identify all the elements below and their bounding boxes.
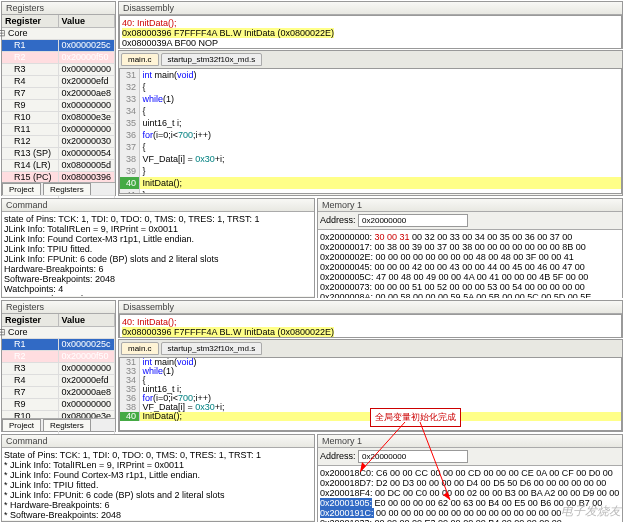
col-register-b[interactable]: Register xyxy=(2,314,59,327)
registers-grid-top: Register Value Core xyxy=(2,15,115,40)
tab-registers[interactable]: Registers xyxy=(43,183,91,195)
memory-hex-top[interactable]: 0x20000000: 30 00 31 00 32 00 33 00 34 0… xyxy=(318,230,622,298)
command-title: Command xyxy=(2,199,314,212)
registers-title-b: Registers xyxy=(2,301,115,314)
code-panel-top: main.c startup_stm32f10x_md.s 31 int int… xyxy=(118,50,623,196)
memory-title-b: Memory 1 xyxy=(318,435,622,448)
annotation-callout: 全局变量初始化完成 xyxy=(370,408,461,427)
col-value-b[interactable]: Value xyxy=(59,314,116,327)
watermark: 电子发烧友 xyxy=(561,503,621,520)
disasm-content-top[interactable]: 40: InitData(); 0x08000396 F7FFFF4A BL.W… xyxy=(119,15,622,49)
memory-title: Memory 1 xyxy=(318,199,622,212)
command-panel-top: Command state of Pins: TCK: 1, TDI: 0, T… xyxy=(1,198,315,298)
memory-addr-bar: Address: xyxy=(318,212,622,230)
disassembly-title: Disassembly xyxy=(119,2,622,15)
tab-main-c[interactable]: main.c xyxy=(121,53,159,66)
registers-panel-top: Registers Register Value Core R10x000002… xyxy=(1,1,116,196)
tab-main-c-b[interactable]: main.c xyxy=(121,342,159,355)
registers-tabs-b: Project Registers xyxy=(2,418,115,431)
disassembly-title-b: Disassembly xyxy=(119,301,622,314)
command-output-bottom[interactable]: State of Pins: TCK: 1, TDI: 0, TDO: 0, T… xyxy=(2,448,314,520)
disasm-content-bottom[interactable]: 40: InitData(); 0x08000396 F7FFFF4A BL.W… xyxy=(119,314,622,338)
tab-project[interactable]: Project xyxy=(2,183,41,195)
registers-grid-bottom: Register Value Core xyxy=(2,314,115,339)
tab-project-b[interactable]: Project xyxy=(2,419,41,431)
tree-core[interactable]: Core xyxy=(2,28,115,40)
command-title-b: Command xyxy=(2,435,314,448)
memory-address-input[interactable] xyxy=(358,214,468,227)
disasm-line-src-b: 40: InitData(); xyxy=(122,317,619,327)
disasm-line-asm1-b: 0x08000396 F7FFFF4A BL.W InitData (0x080… xyxy=(122,327,334,337)
tab-startup-b[interactable]: startup_stm32f10x_md.s xyxy=(161,342,263,355)
disasm-line-asm2: 0x0800039A BF00 NOP xyxy=(122,38,619,48)
disassembly-panel-top: Disassembly 40: InitData(); 0x08000396 F… xyxy=(118,1,623,49)
command-output-top[interactable]: state of Pins: TCK: 1, TDI: 0, TDO: 0, T… xyxy=(2,212,314,296)
tab-startup[interactable]: startup_stm32f10x_md.s xyxy=(161,53,263,66)
disasm-line-asm1: 0x08000396 F7FFFF4A BL.W InitData (0x080… xyxy=(122,28,334,38)
col-value[interactable]: Value xyxy=(59,15,116,28)
registers-tabs: Project Registers xyxy=(2,182,115,195)
file-tabs-top: main.c startup_stm32f10x_md.s xyxy=(119,51,622,68)
disasm-line-src: 40: InitData(); xyxy=(122,18,619,28)
command-panel-bottom: Command State of Pins: TCK: 1, TDI: 0, T… xyxy=(1,434,315,522)
registers-panel-bottom: Registers Register Value Core R10x000002… xyxy=(1,300,116,432)
registers-title: Registers xyxy=(2,2,115,15)
memory-address-input-b[interactable] xyxy=(358,450,468,463)
code-editor-top[interactable]: 31 int int main(void)main(void) 32 { 33 … xyxy=(119,68,622,194)
col-register[interactable]: Register xyxy=(2,15,59,28)
file-tabs-bottom: main.c startup_stm32f10x_md.s xyxy=(119,340,622,357)
disassembly-panel-bottom: Disassembly 40: InitData(); 0x08000396 F… xyxy=(118,300,623,338)
tree-core-b[interactable]: Core xyxy=(2,327,115,339)
memory-addr-bar-b: Address: xyxy=(318,448,622,466)
tab-registers-b[interactable]: Registers xyxy=(43,419,91,431)
memory-panel-top: Memory 1 Address: 0x20000000: 30 00 31 0… xyxy=(317,198,623,298)
